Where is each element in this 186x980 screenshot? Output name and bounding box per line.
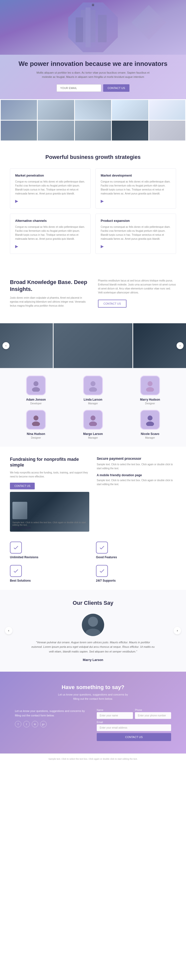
fundraising-caption: Sample text. Click to select the text bo… [13, 521, 87, 529]
hero-subtitle: Mollis aliquam ut porttitor leo a diam. … [33, 71, 153, 80]
team-avatar-2 [140, 375, 160, 395]
testimonial-name: Marry Larson [10, 658, 176, 662]
strategy-card-3: Alternative channels Congue eu consequat… [10, 213, 90, 254]
team-role-0: Developer [10, 402, 62, 405]
feature-item-2: Best Solutions [10, 565, 90, 582]
grid-image-7 [38, 121, 74, 140]
strategy-body-1: Congue eu consequat ac felis donec et od… [15, 180, 85, 196]
team-grid: Adam Jonson Developer Linda Larson Manag… [10, 375, 176, 439]
svg-rect-1 [76, 18, 83, 42]
contact-title: Have something to say? [15, 684, 171, 690]
team-role-5: Manager [124, 436, 176, 439]
fundraising-person-image [13, 502, 27, 519]
contact-description: Let us know your questions, suggestions … [15, 709, 89, 718]
grid-image-2 [38, 100, 74, 120]
contact-section: Have something to say? Let us know your … [0, 671, 186, 754]
hero-cta-button[interactable]: CONTACT US [103, 84, 130, 92]
team-avatar-3 [26, 410, 46, 430]
social-icon-facebook[interactable]: f [15, 721, 21, 727]
testimonial-next-button[interactable]: › [173, 627, 181, 634]
strategy-arrow-3[interactable]: ▶ [15, 244, 18, 248]
social-icon-googleplus[interactable]: g+ [40, 721, 47, 727]
strategy-title-3: Alternative channels [15, 219, 85, 223]
form-phone-group: Phone [135, 709, 171, 719]
fundraising-section: Fundraising for nonprofits made simple W… [0, 447, 186, 542]
form-name-input[interactable] [97, 712, 133, 719]
form-name-label: Name [97, 709, 133, 711]
strategies-title: Powerful business growth strategies [10, 154, 176, 161]
testimonial-quote: "Venean pulvinar dui ornare. Augue lorem… [31, 640, 155, 654]
testimonial-prev-button[interactable]: ‹ [5, 627, 13, 634]
form-name-phone-row: Name Phone [97, 709, 171, 719]
strategy-card-2: Market development Congue eu consequat a… [96, 169, 176, 208]
slider-prev-button[interactable]: ‹ [3, 342, 9, 349]
team-name-3: Nina Hudson [10, 432, 62, 436]
testimonial-avatar [82, 614, 104, 636]
knowledge-left: Broad Knowledge Base. Deep Insights. Jus… [10, 279, 88, 311]
svg-point-5 [32, 387, 40, 391]
social-icon-linkedin[interactable]: in [32, 721, 38, 727]
feature-icon-3 [96, 565, 108, 577]
fundraising-body: We help nonprofits access the funding, t… [10, 471, 89, 479]
team-card-4: Margo Larson Manager [67, 410, 119, 439]
grid-image-1 [1, 100, 37, 120]
strategy-body-4: Congue eu consequat ac felis donec et od… [101, 225, 171, 241]
knowledge-section: Broad Knowledge Base. Deep Insights. Jus… [0, 266, 186, 323]
hero-title: We power innovation because we are innov… [15, 60, 171, 68]
strategy-title-4: Product expansion [101, 219, 171, 223]
strategy-body-2: Congue eu consequat ac felis donec et od… [101, 180, 171, 196]
mobile-title: A mobile friendly donation page [97, 474, 176, 477]
team-avatar-5 [140, 410, 160, 430]
slider-next-button[interactable]: › [177, 342, 183, 349]
svg-point-4 [33, 381, 38, 386]
team-name-5: Nicole Scavo [124, 432, 176, 436]
social-icon-twitter[interactable]: t [23, 721, 30, 727]
strategy-body-3: Congue eu consequat ac felis donec et od… [15, 225, 85, 241]
fundraising-right: Secure payment processor Sample text. Cl… [97, 457, 176, 531]
svg-point-12 [90, 415, 96, 420]
strategies-section: Powerful business growth strategies Mark… [0, 141, 186, 266]
team-name-4: Margo Larson [67, 432, 119, 436]
svg-rect-3 [85, 8, 90, 47]
team-card-2: Marry Hudson Designer [124, 375, 176, 405]
svg-point-8 [148, 381, 153, 386]
strategy-arrow-2[interactable]: ▶ [101, 199, 104, 203]
team-avatar-4 [83, 410, 103, 430]
grid-image-5 [149, 100, 185, 120]
form-email-input[interactable] [97, 724, 171, 731]
form-email-label: Email [97, 721, 171, 724]
form-name-group: Name [97, 709, 133, 719]
team-card-3: Nina Hudson Designer [10, 410, 62, 439]
hero-section: ≡ We power innovation because we are inn… [0, 0, 186, 99]
features-section: Unlimited Revisions Good Features Best S… [0, 542, 186, 590]
footer-text: Sample text. Click to select the text bo… [10, 757, 176, 760]
strategy-arrow-4[interactable]: ▶ [101, 244, 104, 248]
contact-submit-button[interactable]: CONTACT US [97, 733, 171, 741]
svg-point-6 [90, 381, 96, 386]
slide-2 [54, 323, 133, 368]
knowledge-title: Broad Knowledge Base. Deep Insights. [10, 279, 88, 293]
knowledge-cta-button[interactable]: CONTACT US [98, 300, 126, 308]
svg-point-7 [89, 387, 97, 391]
form-phone-label: Phone [135, 709, 171, 711]
svg-point-11 [32, 422, 40, 426]
contact-grid: Let us know your questions, suggestions … [15, 709, 171, 741]
feature-label-3: 24/7 Supports [96, 579, 115, 582]
strategy-arrow-1[interactable]: ▶ [15, 199, 18, 203]
contact-form: Name Phone Email CONTACT US [97, 709, 171, 741]
feature-item-0: Unlimited Revisions [10, 542, 90, 559]
fundraising-cta-button[interactable]: CONTACT US [10, 483, 35, 489]
email-input[interactable] [57, 84, 101, 92]
contact-left: Let us know your questions, suggestions … [15, 709, 89, 741]
feature-item-1: Good Features [96, 542, 176, 559]
team-name-1: Linda Larson [67, 398, 119, 401]
hamburger-menu[interactable]: ≡ [92, 3, 95, 8]
fundraising-image: Sample text. Click to select the text bo… [10, 492, 89, 531]
form-phone-input[interactable] [135, 712, 171, 719]
svg-rect-2 [98, 15, 107, 42]
grid-image-3 [75, 100, 111, 120]
strategy-card-1: Market penetration Congue eu consequat a… [10, 169, 90, 208]
strategy-title-1: Market penetration [15, 173, 85, 177]
svg-point-17 [85, 628, 101, 636]
knowledge-right-body: Pharetra vestibulum lacus at sed locus u… [98, 279, 176, 295]
